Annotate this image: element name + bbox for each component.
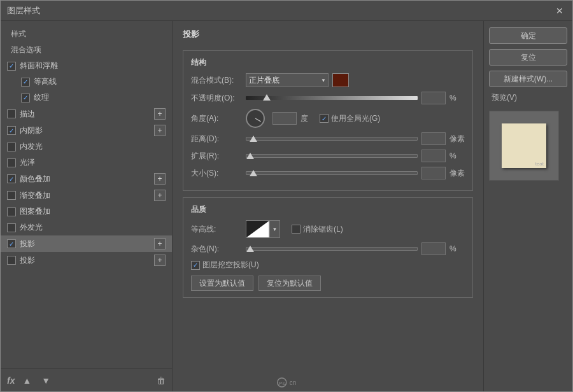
global-light-checkbox[interactable]: 使用全局光(G) xyxy=(320,113,380,124)
section-title: 投影 xyxy=(183,29,473,40)
right-panel: 确定 复位 新建样式(W)... 预览(V) teat xyxy=(483,21,572,391)
spread-unit: % xyxy=(449,151,465,160)
sidebar-item-inner-shadow[interactable]: 内阴影 + xyxy=(1,122,172,139)
sidebar-item-bevel[interactable]: 斜面和浮雕 xyxy=(1,58,172,74)
set-default-button[interactable]: 设置为默认值 xyxy=(191,276,253,291)
noise-input[interactable]: 0 xyxy=(421,242,446,255)
anti-alias-checkbox-box[interactable] xyxy=(292,225,301,234)
sidebar-item-drop-shadow-active[interactable]: 投影 + xyxy=(1,235,172,252)
sidebar-item-drop-shadow2[interactable]: 投影 + xyxy=(1,252,172,269)
opacity-unit: % xyxy=(449,94,465,102)
blend-mode-row: 混合模式(B): 正片叠底 正常 溶解 ▼ xyxy=(191,73,465,87)
color-overlay-checkbox[interactable] xyxy=(7,174,16,183)
close-button[interactable]: ✕ xyxy=(553,4,566,17)
ok-button[interactable]: 确定 xyxy=(489,27,567,44)
blend-mode-select-wrapper: 正片叠底 正常 溶解 ▼ xyxy=(246,73,329,87)
pattern-overlay-checkbox[interactable] xyxy=(7,207,16,216)
opacity-row: 不透明度(O): 15 % xyxy=(191,92,465,104)
distance-unit: 像素 xyxy=(449,134,465,144)
inner-shadow-plus-btn[interactable]: + xyxy=(154,125,166,136)
anti-alias-label: 消除锯齿(L) xyxy=(303,224,343,235)
sidebar-item-color-overlay[interactable]: 颜色叠加 + xyxy=(1,171,172,187)
noise-slider-thumb[interactable] xyxy=(246,246,254,252)
reset-default-button[interactable]: 复位为默认值 xyxy=(258,276,321,291)
gradient-overlay-checkbox[interactable] xyxy=(7,191,16,200)
contour-preview[interactable] xyxy=(246,220,270,238)
drop-shadow2-checkbox[interactable] xyxy=(7,256,16,265)
inner-shadow-checkbox[interactable] xyxy=(7,126,16,135)
size-slider-track[interactable] xyxy=(246,171,418,175)
gradient-overlay-plus-btn[interactable]: + xyxy=(154,190,166,201)
angle-widget[interactable] xyxy=(246,109,265,128)
contour-dropdown-arrow[interactable]: ▼ xyxy=(270,220,280,238)
opacity-input[interactable]: 15 xyxy=(421,92,446,104)
texture-checkbox[interactable] xyxy=(21,94,30,102)
angle-unit: 度 xyxy=(301,113,316,124)
distance-label: 距离(D): xyxy=(191,134,242,144)
sidebar-item-inner-glow[interactable]: 内发光 xyxy=(1,139,172,155)
noise-unit: % xyxy=(449,244,465,253)
inner-glow-label: 内发光 xyxy=(20,141,43,152)
opacity-slider-container: 15 % xyxy=(246,92,465,104)
bevel-checkbox[interactable] xyxy=(7,62,16,71)
contour-checkbox[interactable] xyxy=(21,78,30,87)
noise-slider-track[interactable] xyxy=(246,247,418,251)
reset-button[interactable]: 复位 xyxy=(489,49,567,66)
noise-slider-container: 0 % xyxy=(246,242,465,255)
outer-glow-checkbox[interactable] xyxy=(7,223,16,232)
up-button[interactable]: ▲ xyxy=(20,374,34,387)
angle-needle xyxy=(255,118,261,122)
size-input[interactable]: 3 xyxy=(421,167,446,179)
distance-slider-thumb[interactable] xyxy=(250,136,257,142)
blend-color-swatch[interactable] xyxy=(332,73,349,87)
sidebar-item-texture[interactable]: 纹理 xyxy=(1,90,172,106)
sidebar-item-outer-glow[interactable]: 外发光 xyxy=(1,220,172,235)
inner-glow-checkbox[interactable] xyxy=(7,143,16,151)
sidebar-item-contour[interactable]: 等高线 xyxy=(1,74,172,90)
global-light-checkbox-box[interactable] xyxy=(320,114,329,123)
satin-checkbox[interactable] xyxy=(7,158,16,167)
sidebar-item-gradient-overlay[interactable]: 渐变叠加 + xyxy=(1,187,172,204)
preview-image: teat xyxy=(502,123,546,168)
preview-label: 预览(V) xyxy=(492,92,517,103)
size-slider-thumb[interactable] xyxy=(250,170,257,176)
anti-alias-checkbox[interactable]: 消除锯齿(L) xyxy=(292,224,343,235)
stroke-plus-btn[interactable]: + xyxy=(154,108,166,120)
spread-input[interactable]: 0 xyxy=(421,150,446,162)
drop-shadow2-plus-btn[interactable]: + xyxy=(154,255,166,266)
blend-mode-select[interactable]: 正片叠底 正常 溶解 xyxy=(246,73,329,87)
noise-row: 杂色(N): 0 % xyxy=(191,242,465,255)
trash-icon[interactable]: 🗑 xyxy=(157,375,166,386)
preview-box: teat xyxy=(489,111,559,181)
distance-slider-track[interactable] xyxy=(246,137,418,141)
angle-input[interactable]: 120 xyxy=(272,112,297,125)
knockout-checkbox-box[interactable] xyxy=(191,261,200,270)
svg-marker-0 xyxy=(246,221,269,237)
drop-shadow-active-checkbox[interactable] xyxy=(7,239,16,248)
spread-slider-thumb[interactable] xyxy=(246,153,254,159)
angle-label: 角度(A): xyxy=(191,113,242,124)
distance-input[interactable]: 3 xyxy=(421,132,446,145)
pattern-overlay-label: 图案叠加 xyxy=(20,206,50,217)
down-button[interactable]: ▼ xyxy=(39,374,53,387)
layer-style-dialog: 图层样式 ✕ 样式 混合选项 斜面和浮雕 等高线 xyxy=(0,0,573,392)
preview-checkbox[interactable]: 预览(V) xyxy=(489,92,567,103)
global-light-label: 使用全局光(G) xyxy=(331,113,380,124)
color-overlay-plus-btn[interactable]: + xyxy=(154,173,166,185)
sidebar-item-pattern-overlay[interactable]: 图案叠加 xyxy=(1,204,172,220)
spread-slider-track[interactable] xyxy=(246,154,418,158)
opacity-slider-track[interactable] xyxy=(246,96,418,100)
knockout-checkbox[interactable]: 图层挖空投影(U) xyxy=(191,260,259,270)
inner-shadow-label: 内阴影 xyxy=(20,125,43,136)
knockout-label: 图层挖空投影(U) xyxy=(202,260,259,270)
new-style-button[interactable]: 新建样式(W)... xyxy=(489,71,567,87)
styles-section-label: 样式 xyxy=(1,26,172,42)
opacity-slider-thumb[interactable] xyxy=(263,94,271,101)
texture-label: 纹理 xyxy=(34,92,49,103)
stroke-checkbox[interactable] xyxy=(7,109,16,118)
sidebar-item-satin[interactable]: 光泽 xyxy=(1,155,172,171)
fx-icon[interactable]: fx xyxy=(7,375,15,386)
sidebar-item-stroke[interactable]: 描边 + xyxy=(1,106,172,122)
distance-row: 距离(D): 3 像素 xyxy=(191,132,465,145)
drop-shadow-plus-btn[interactable]: + xyxy=(154,238,166,249)
